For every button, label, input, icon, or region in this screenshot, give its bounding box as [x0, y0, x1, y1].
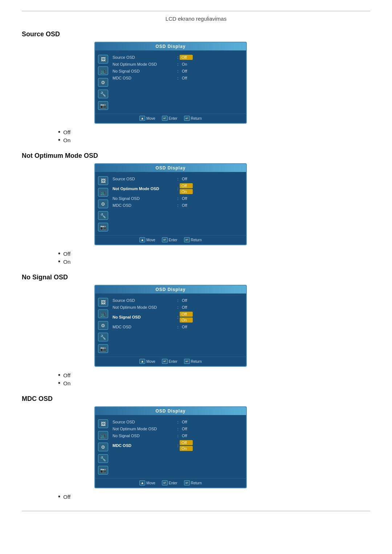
no-signal-osd-footer-label-0: Move — [146, 360, 155, 364]
osd-sidebar-icon-0: 🖼 — [98, 55, 108, 63]
no-signal-osd-menu-label-2: No Signal OSD — [113, 315, 176, 319]
source-osd-osd-wrap: OSD Display🖼📺⚙🔧📷Source OSD:OffNot Optimu… — [94, 42, 370, 124]
not-optimum-osd-menu-label-0: Source OSD — [113, 177, 176, 181]
source-osd-footer-label-0: Move — [146, 116, 155, 120]
source-osd-menu-row-0: Source OSD:Off — [113, 55, 243, 60]
mdc-osd-menu-colon-2: : — [176, 434, 180, 438]
mdc-osd-bullets: •Off — [58, 493, 370, 500]
source-osd-footer-item-0: ▲Move — [139, 116, 155, 121]
not-optimum-osd-menu-row-1: Not Optimum Mode OSD:OffOn — [113, 183, 243, 194]
no-signal-osd-bullet-text-1: On — [63, 380, 70, 386]
source-osd-bullet-text-0: Off — [63, 129, 70, 135]
no-signal-osd-bullet-item-1: •On — [58, 380, 370, 386]
no-signal-osd-value-0: Off — [180, 298, 193, 303]
no-signal-osd-osd-footer: ▲Move↵Enter↩Return — [95, 357, 246, 366]
source-osd-menu-colon-0: : — [176, 55, 180, 59]
not-optimum-osd-bullet-dot-0: • — [58, 250, 60, 257]
source-osd-value-1: On — [180, 62, 193, 67]
mdc-osd-osd-footer: ▲Move↵Enter↩Return — [95, 478, 246, 488]
no-signal-osd-osd-wrap: OSD Display🖼📺⚙🔧📷Source OSD:OffNot Optimu… — [94, 285, 370, 367]
no-signal-osd-footer-btn-2: ↩ — [184, 359, 190, 364]
source-osd-menu-label-1: Not Optimum Mode OSD — [113, 62, 176, 66]
no-signal-osd-value-on-2: On — [180, 317, 193, 323]
source-osd-menu-label-0: Source OSD — [113, 55, 176, 59]
not-optimum-osd-heading: Not Optimum Mode OSD — [22, 152, 370, 160]
mdc-osd-footer-label-0: Move — [146, 481, 155, 485]
no-signal-osd-osd-display: OSD Display🖼📺⚙🔧📷Source OSD:OffNot Optimu… — [94, 285, 247, 367]
no-signal-osd-value-off-2: Off — [180, 312, 193, 317]
mdc-osd-footer-btn-1: ↵ — [162, 480, 168, 485]
source-osd-osd-title: OSD Display — [95, 42, 246, 50]
osd-sidebar-icon-0: 🖼 — [98, 419, 108, 428]
osd-sidebar-icon-3: 🔧 — [98, 333, 108, 341]
no-signal-osd-menu-row-0: Source OSD:Off — [113, 298, 243, 303]
not-optimum-osd-bullet-dot-1: • — [58, 258, 60, 265]
no-signal-osd-bullet-item-0: •Off — [58, 372, 370, 378]
source-osd-value-3: Off — [180, 75, 193, 81]
not-optimum-osd-footer-btn-0: ▲ — [139, 237, 145, 242]
mdc-osd-heading: MDC OSD — [22, 395, 370, 403]
not-optimum-osd-footer-item-2: ↩Return — [184, 237, 202, 242]
not-optimum-osd-value-stack-1: OffOn — [180, 183, 193, 194]
source-osd-footer-btn-2: ↩ — [184, 116, 190, 121]
source-osd-bullet-dot-1: • — [58, 137, 60, 143]
source-osd-menu-colon-2: : — [176, 69, 180, 73]
not-optimum-osd-value-0: Off — [180, 176, 193, 181]
top-rule — [22, 11, 370, 11]
not-optimum-osd-menu-row-2: No Signal OSD:Off — [113, 196, 243, 201]
no-signal-osd-menu-colon-2: : — [176, 315, 180, 319]
no-signal-osd-bullet-dot-0: • — [58, 372, 60, 378]
not-optimum-osd-osd-footer: ▲Move↵Enter↩Return — [95, 235, 246, 245]
mdc-osd-menu-label-1: Not Optimum Mode OSD — [113, 427, 176, 431]
no-signal-osd-value-stack-2: OffOn — [180, 312, 193, 323]
source-osd-menu-row-1: Not Optimum Mode OSD:On — [113, 62, 243, 67]
no-signal-osd-footer-btn-1: ↵ — [162, 359, 168, 364]
source-osd-heading: Source OSD — [22, 30, 370, 38]
source-osd-menu-label-3: MDC OSD — [113, 76, 176, 80]
mdc-osd-value-2: Off — [180, 433, 193, 438]
not-optimum-osd-bullet-item-0: •Off — [58, 250, 370, 257]
not-optimum-osd-value-3: Off — [180, 203, 193, 208]
osd-sidebar-icon-0: 🖼 — [98, 176, 108, 185]
not-optimum-osd-menu-row-3: MDC OSD:Off — [113, 203, 243, 208]
no-signal-osd-value-3: Off — [180, 324, 193, 329]
no-signal-osd-osd-title: OSD Display — [95, 286, 246, 294]
no-signal-osd-menu-colon-1: : — [176, 305, 180, 309]
no-signal-osd-menu-row-2: No Signal OSD:OffOn — [113, 312, 243, 323]
not-optimum-osd-menu-colon-1: : — [176, 186, 180, 191]
mdc-osd-osd-title: OSD Display — [95, 407, 246, 415]
no-signal-osd-footer-item-0: ▲Move — [139, 359, 155, 364]
source-osd-footer-btn-0: ▲ — [139, 116, 145, 121]
mdc-osd-menu-colon-1: : — [176, 427, 180, 431]
mdc-osd-menu-colon-3: : — [176, 443, 180, 448]
no-signal-osd-menu-row-3: MDC OSD:Off — [113, 324, 243, 329]
osd-sidebar-icon-2: ⚙ — [98, 200, 108, 208]
mdc-osd-footer-item-2: ↩Return — [184, 480, 202, 485]
mdc-osd-menu-colon-0: : — [176, 420, 180, 424]
mdc-osd-value-off-3: Off — [180, 440, 193, 445]
page-title: LCD ekrano reguliavimas — [22, 16, 370, 22]
osd-sidebar-icon-3: 🔧 — [98, 454, 108, 463]
not-optimum-osd-value-2: Off — [180, 196, 193, 201]
osd-sidebar-icon-1: 📺 — [98, 309, 108, 318]
mdc-osd-footer-label-1: Enter — [169, 481, 177, 485]
source-osd-bullets: •Off•On — [58, 129, 370, 143]
source-osd-osd-footer: ▲Move↵Enter↩Return — [95, 114, 246, 123]
source-osd-footer-label-1: Enter — [169, 116, 177, 120]
mdc-osd-menu-label-0: Source OSD — [113, 420, 176, 424]
not-optimum-osd-footer-item-0: ▲Move — [139, 237, 155, 242]
no-signal-osd-menu-colon-3: : — [176, 325, 180, 329]
mdc-osd-value-stack-3: OffOn — [180, 440, 193, 451]
not-optimum-osd-footer-btn-1: ↵ — [162, 237, 168, 242]
osd-sidebar-icon-4: 📷 — [98, 466, 108, 475]
page-container: LCD ekrano reguliavimas Source OSDOSD Di… — [0, 11, 392, 511]
mdc-osd-bullet-text-0: Off — [63, 494, 70, 500]
osd-sidebar-icon-2: ⚙ — [98, 321, 108, 330]
source-osd-bullet-dot-0: • — [58, 129, 60, 135]
mdc-osd-menu-row-2: No Signal OSD:Off — [113, 433, 243, 438]
source-osd-footer-btn-1: ↵ — [162, 116, 168, 121]
osd-sidebar-icon-4: 📷 — [98, 223, 108, 231]
osd-sidebar-icon-1: 📺 — [98, 431, 108, 440]
not-optimum-osd-menu-colon-3: : — [176, 203, 180, 208]
mdc-osd-value-0: Off — [180, 419, 193, 424]
